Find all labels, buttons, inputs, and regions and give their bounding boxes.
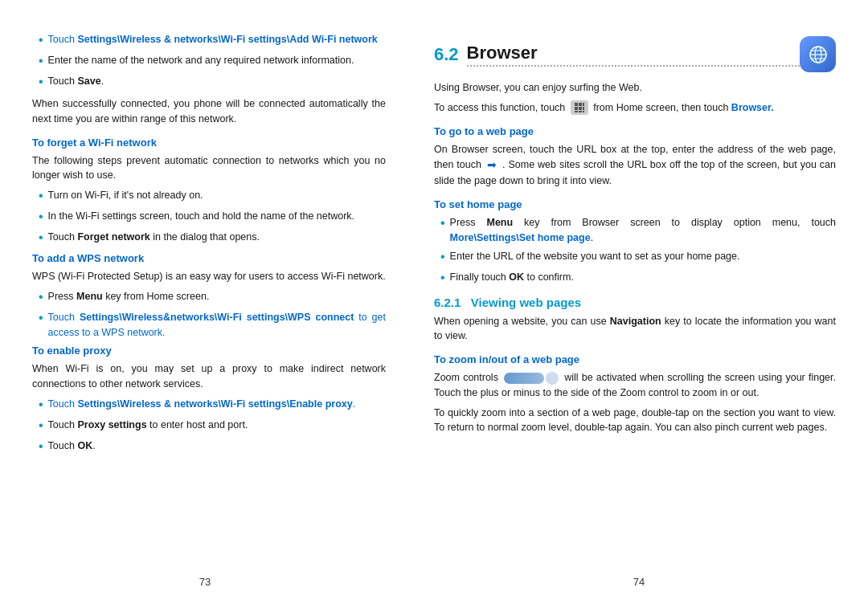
bullet-dot: •: [39, 228, 43, 247]
svg-rect-12: [575, 111, 578, 112]
grid-icon: [571, 100, 588, 115]
list-item: • Touch Save.: [32, 74, 386, 92]
zoom-body-2: To quickly zoom into a section of a web …: [434, 406, 836, 436]
section-heading-forget-wifi: To forget a Wi-Fi network: [32, 137, 386, 149]
zoom-body-1: Zoom controls will be activated when scr…: [434, 370, 836, 401]
bullet-dot: •: [39, 416, 43, 435]
page-number-left: 73: [199, 576, 211, 588]
bullet-text: Press Menu key from Home screen.: [48, 289, 386, 304]
list-item: • Touch OK.: [32, 439, 386, 456]
bullet-dot: •: [39, 72, 43, 92]
section-number: 6.2: [434, 44, 459, 65]
viewing-body: When opening a website, you can use Navi…: [434, 314, 836, 345]
svg-rect-9: [575, 107, 578, 110]
section-heading-zoom: To zoom in/out of a web page: [434, 353, 836, 365]
list-item: • Touch Settings\Wireless&networks\Wi-Fi…: [32, 310, 386, 341]
svg-rect-14: [583, 111, 584, 112]
section-heading-proxy: To enable proxy: [32, 345, 386, 357]
bullet-dot: •: [440, 247, 445, 267]
bullet-text: Finally touch OK to confirm.: [450, 270, 836, 285]
section-title-text: Browser: [467, 43, 800, 67]
bullet-dot: •: [39, 437, 43, 456]
svg-rect-13: [579, 111, 582, 112]
bullet-text: Enter the name of the network and any re…: [48, 53, 386, 68]
right-page: 6.2 Browser Using Browser, you can enjoy…: [410, 16, 868, 600]
section-title-area: 6.2 Browser: [434, 36, 836, 72]
bullet-text: Enter the URL of the website you want to…: [450, 249, 836, 264]
svg-rect-11: [583, 107, 584, 110]
body-text: The following steps prevent automatic co…: [32, 153, 386, 184]
list-item: • Touch Settings\Wireless & networks\Wi-…: [32, 32, 386, 50]
bullet-dot: •: [39, 207, 43, 226]
zoom-circle: [546, 372, 559, 385]
list-item: • Touch Forget network in the dialog tha…: [32, 230, 386, 247]
svg-rect-7: [579, 103, 582, 106]
list-item: • Enter the URL of the website you want …: [434, 249, 836, 267]
list-item: • In the Wi-Fi settings screen, touch an…: [32, 209, 386, 226]
zoom-bar-icon: [504, 372, 559, 385]
bullet-dot: •: [39, 186, 43, 206]
bullet-text: Touch Save.: [48, 74, 386, 89]
bullet-dot: •: [39, 51, 43, 71]
bullet-text: Touch Proxy settings to enter host and p…: [48, 418, 386, 433]
bullet-dot: •: [440, 268, 445, 288]
bullet-text: In the Wi-Fi settings screen, touch and …: [48, 209, 386, 224]
svg-rect-10: [579, 107, 582, 110]
bullet-text: Touch Forget network in the dialog that …: [48, 230, 386, 245]
svg-rect-8: [583, 103, 584, 106]
bullet-text: Touch Settings\Wireless & networks\Wi-Fi…: [48, 32, 386, 47]
bullet-dot: •: [39, 395, 43, 414]
list-item: • Enter the name of the network and any …: [32, 53, 386, 71]
bullet-text: Touch Settings\Wireless&networks\Wi-Fi s…: [48, 310, 386, 341]
arrow-icon: ➡: [487, 157, 497, 173]
body-text: When successfully connected, you phone w…: [32, 96, 386, 127]
body-text: WPS (Wi-Fi Protected Setup) is an easy w…: [32, 269, 386, 284]
goto-webpage-body: On Browser screen, touch the URL box at …: [434, 142, 836, 190]
left-page: • Touch Settings\Wireless & networks\Wi-…: [0, 16, 410, 600]
svg-rect-6: [575, 103, 578, 106]
zoom-bar: [504, 373, 544, 384]
bullet-dot: •: [39, 31, 43, 50]
subsection-title-viewing: 6.2.1 Viewing web pages: [434, 296, 836, 309]
browser-icon: [800, 36, 836, 72]
bullet-text: Press Menu key from Browser screen to di…: [450, 215, 836, 246]
bullet-dot: •: [39, 308, 43, 328]
body-text: When Wi-Fi is on, you may set up a proxy…: [32, 361, 386, 392]
bullet-dot: •: [440, 214, 445, 233]
page-container: • Touch Settings\Wireless & networks\Wi-…: [0, 0, 868, 616]
list-item: • Turn on Wi-Fi, if it's not already on.: [32, 188, 386, 206]
section-heading-wps: To add a WPS network: [32, 252, 386, 264]
bullet-text: Touch OK.: [48, 439, 386, 454]
section-heading-goto-webpage: To go to a web page: [434, 125, 836, 137]
intro-text: Using Browser, you can enjoy surfing the…: [434, 80, 836, 96]
list-item: • Press Menu key from Home screen.: [32, 289, 386, 307]
bullet-text: Touch Settings\Wireless & networks\Wi-Fi…: [48, 397, 386, 412]
list-item: • Press Menu key from Browser screen to …: [434, 215, 836, 246]
list-item: • Touch Settings\Wireless & networks\Wi-…: [32, 397, 386, 414]
access-text: To access this function, touch from Home…: [434, 100, 836, 116]
page-number-right: 74: [633, 576, 645, 588]
bullet-text: Turn on Wi-Fi, if it's not already on.: [48, 188, 386, 203]
list-item: • Finally touch OK to confirm.: [434, 270, 836, 288]
bullet-dot: •: [39, 288, 43, 307]
section-heading-set-homepage: To set home page: [434, 198, 836, 210]
list-item: • Touch Proxy settings to enter host and…: [32, 418, 386, 435]
